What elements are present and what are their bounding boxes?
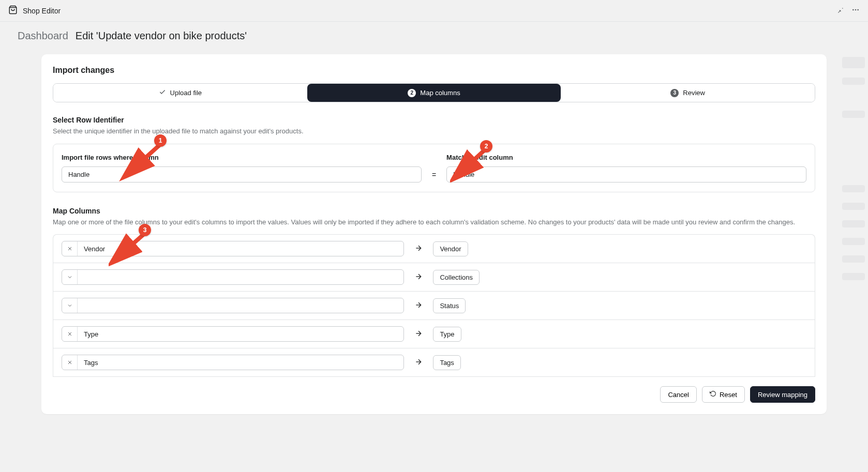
identifier-box: Import file rows where column Handle = M… [53,144,815,192]
footer-buttons: Cancel Reset Review mapping [41,377,827,403]
map-source-select[interactable] [62,298,404,313]
step-map[interactable]: 2 Map columns [307,84,561,102]
svg-point-2 [855,9,857,11]
map-source-select[interactable]: Type [62,326,404,342]
identifier-left-label: Import file rows where column [62,154,422,161]
breadcrumb-dashboard[interactable]: Dashboard [18,30,68,42]
map-row: Type Type [53,320,815,348]
map-source-value: Type [78,327,403,341]
map-row: Status [53,292,815,320]
clear-icon[interactable] [62,355,78,370]
map-source-value: Vendor [78,242,403,256]
map-target[interactable]: Vendor [433,241,468,256]
map-row: Vendor Vendor [53,235,815,263]
arrow-right-icon [414,301,423,311]
map-source-select[interactable]: Tags [62,355,404,370]
background-ghost [842,57,865,290]
breadcrumb: Dashboard Edit 'Update vendor on bike pr… [0,22,868,50]
check-icon [159,88,166,97]
map-target[interactable]: Status [433,298,466,313]
annotation-badge-3: 3 [139,224,151,236]
review-mapping-button[interactable]: Review mapping [750,386,815,403]
identifier-right-select[interactable]: Handle [446,166,806,182]
map-list: Vendor Vendor Collections [53,234,815,377]
annotation-badge-1: 1 [154,134,167,147]
reset-label: Reset [720,391,737,399]
pin-icon[interactable] [836,6,844,16]
svg-point-1 [852,9,854,11]
mapcols-heading: Map Columns [41,207,827,217]
stepper: Upload file 2 Map columns 3 Review [53,83,815,102]
shop-bag-icon [8,5,18,16]
map-target[interactable]: Tags [433,355,460,370]
equals-sign: = [432,171,436,182]
arrow-right-icon [414,329,423,339]
identifier-right-col: Matches edit column Handle [446,154,806,182]
identifier-left-col: Import file rows where column Handle [62,154,422,182]
map-source-select[interactable] [62,269,404,285]
clear-icon[interactable] [62,327,78,341]
step-review[interactable]: 3 Review [561,84,815,102]
topbar: Shop Editor [0,0,868,22]
arrow-right-icon [414,358,423,368]
map-target[interactable]: Type [433,327,461,342]
map-row: Collections [53,263,815,292]
map-source-value [78,274,403,280]
map-source-select[interactable]: Vendor [62,241,404,256]
clear-icon[interactable] [62,241,78,256]
map-source-value: Tags [78,356,403,370]
main-card: Import changes Upload file 2 Map columns… [41,54,827,414]
identifier-right-label: Matches edit column [446,154,806,161]
step-review-label: Review [683,89,705,97]
mapcols-sub: Map one or more of the file columns to y… [41,217,827,235]
app-name: Shop Editor [23,7,61,15]
arrow-right-icon [414,272,423,282]
topbar-right [836,6,860,16]
map-row: Tags Tags [53,348,815,377]
step-map-label: Map columns [420,89,460,97]
more-icon[interactable] [851,6,860,16]
identifier-left-select[interactable]: Handle [62,166,422,182]
topbar-left: Shop Editor [8,5,61,16]
reset-button[interactable]: Reset [702,386,745,403]
map-target[interactable]: Collections [433,270,480,285]
annotation-badge-2: 2 [480,140,492,153]
breadcrumb-current: Edit 'Update vendor on bike products' [76,30,247,42]
chevron-down-icon[interactable] [62,270,78,284]
step-map-badge: 2 [408,89,416,97]
card-title: Import changes [41,66,827,83]
step-review-badge: 3 [670,89,679,97]
step-upload-label: Upload file [170,89,202,97]
identifier-heading: Select Row Identifier [41,116,827,126]
step-upload[interactable]: Upload file [53,84,307,102]
svg-point-3 [857,9,859,11]
chevron-down-icon[interactable] [62,298,78,313]
arrow-right-icon [414,244,423,254]
reset-icon [710,390,716,399]
map-source-value [78,302,403,309]
cancel-button[interactable]: Cancel [660,386,696,403]
